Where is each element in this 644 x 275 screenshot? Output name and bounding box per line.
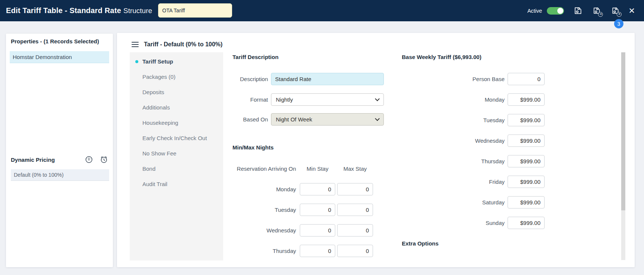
weekly-day-label: Tuesday	[402, 114, 505, 126]
weekly-day-label: Monday	[402, 93, 505, 106]
close-icon[interactable]: ✕	[628, 7, 635, 15]
max-stay-input-tuesday[interactable]	[337, 204, 373, 216]
minmax-day-label: Monday	[173, 183, 296, 195]
nav-item-tariff-setup[interactable]: Tariff Setup	[130, 54, 223, 69]
structure-input[interactable]	[158, 3, 232, 18]
max-stay-input-wednesday[interactable]	[337, 224, 373, 237]
chevron-down-icon	[375, 96, 380, 101]
forward-arrow-glyph: ➔	[598, 12, 603, 17]
tariff-input-monday[interactable]	[508, 93, 545, 106]
minmax-day-label: Thursday	[173, 245, 296, 257]
tariff-input-saturday[interactable]	[508, 196, 545, 208]
col-header-reservation-arriving: Reservation Arriving On	[173, 165, 296, 173]
toggle-knob	[557, 8, 563, 14]
scrollbar-thumb[interactable]	[621, 52, 625, 210]
active-label: Active	[527, 8, 542, 14]
format-select[interactable]: Nightly	[271, 93, 384, 106]
weekly-day-label: Wednesday	[402, 135, 505, 147]
min-max-nights-heading: Min/Max Nights	[232, 144, 274, 151]
nav-item-no-show-fee[interactable]: No Show Fee	[130, 146, 223, 161]
gauge-icon[interactable]	[85, 155, 93, 164]
dynamic-pricing-title: Dynamic Pricing	[11, 157, 78, 163]
tariff-panel-header: Tariff - Default (0% to 100%)	[132, 41, 222, 48]
properties-panel: Properties - (1 Records Selected) Homsta…	[6, 34, 113, 267]
chevron-down-icon	[375, 116, 380, 121]
tariff-panel-title: Tariff - Default (0% to 100%)	[144, 41, 222, 48]
person-base-input[interactable]	[508, 73, 545, 85]
scrollbar-track[interactable]	[621, 52, 625, 260]
based-on-label: Based On	[173, 113, 268, 126]
col-header-max-stay: Max Stay	[337, 165, 373, 173]
minmax-day-label: Tuesday	[173, 204, 296, 216]
page-title: Edit Tariff Table - Standard Rate	[6, 0, 121, 21]
dynamic-pricing-row-default[interactable]: Default (0% to 100%)	[11, 169, 109, 181]
notification-badge[interactable]: 3	[614, 19, 623, 28]
min-stay-input-wednesday[interactable]	[300, 224, 335, 237]
min-stay-input-tuesday[interactable]	[300, 204, 335, 216]
active-bullet-icon	[135, 60, 138, 63]
save-icon[interactable]	[573, 6, 583, 16]
tariff-input-sunday[interactable]	[508, 217, 545, 229]
screen: Edit Tariff Table - Standard Rate Struct…	[0, 0, 644, 275]
dynamic-pricing-header: Dynamic Pricing	[11, 155, 108, 164]
tariff-panel: Tariff - Default (0% to 100%) Tariff Set…	[117, 33, 635, 267]
cancel-x-glyph: ✕	[617, 12, 622, 17]
app-header: Edit Tariff Table - Standard Rate Struct…	[0, 0, 644, 21]
tariff-input-thursday[interactable]	[508, 155, 545, 167]
property-row-selected[interactable]: Homstar Demonstration	[10, 51, 109, 63]
description-input[interactable]	[271, 73, 384, 85]
save-forward-icon[interactable]: ➔	[592, 6, 601, 16]
weekly-day-label: Saturday	[402, 196, 505, 208]
min-stay-input-thursday[interactable]	[300, 245, 335, 257]
weekly-day-label: Sunday	[402, 217, 505, 229]
base-weekly-tariff-heading: Base Weekly Tariff ($6,993.00)	[402, 54, 481, 60]
max-stay-input-thursday[interactable]	[337, 245, 373, 257]
max-stay-input-monday[interactable]	[337, 183, 373, 195]
based-on-select[interactable]: Night Of Week	[271, 113, 384, 126]
weekly-day-label: Thursday	[402, 155, 505, 167]
person-base-label: Person Base	[402, 73, 505, 85]
hamburger-menu-icon[interactable]	[132, 42, 139, 47]
nav-item-early-checkin-checkout[interactable]: Early Check In/Check Out	[130, 130, 223, 146]
minmax-day-label: Wednesday	[173, 224, 296, 237]
col-header-min-stay: Min Stay	[300, 165, 335, 173]
format-label: Format	[173, 93, 268, 106]
tariff-description-heading: Tariff Description	[232, 54, 278, 60]
alarm-clock-icon[interactable]	[100, 155, 108, 164]
extra-options-heading: Extra Options	[402, 240, 438, 247]
tariff-input-tuesday[interactable]	[508, 114, 545, 126]
weekly-day-label: Friday	[402, 176, 505, 188]
properties-title: Properties - (1 Records Selected)	[11, 38, 99, 44]
tariff-input-friday[interactable]	[508, 176, 545, 188]
min-stay-input-monday[interactable]	[300, 183, 335, 195]
header-actions: Active ➔	[527, 0, 635, 21]
save-cancel-icon[interactable]: ✕	[610, 6, 620, 16]
structure-label: Structure	[123, 0, 152, 21]
description-label: Description	[173, 73, 268, 85]
tariff-input-wednesday[interactable]	[508, 135, 545, 147]
active-toggle[interactable]	[547, 7, 564, 15]
